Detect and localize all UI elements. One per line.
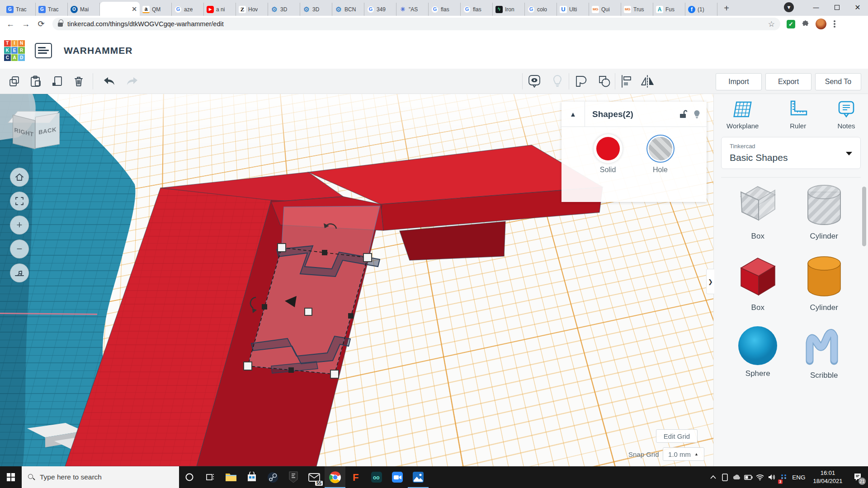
teamviewer-tray-icon[interactable]: 3 bbox=[778, 466, 789, 488]
back-button[interactable]: ← bbox=[3, 17, 18, 31]
shape-library-dropdown[interactable]: Tinkercad Basic Shapes bbox=[721, 137, 861, 169]
solid-swatch[interactable]: Solid bbox=[596, 137, 620, 174]
send-to-button[interactable]: Send To bbox=[815, 73, 861, 90]
start-button[interactable] bbox=[0, 466, 22, 488]
browser-tab[interactable]: ⚙BCN bbox=[332, 3, 364, 16]
browser-tab[interactable]: f(1) bbox=[685, 3, 717, 16]
shape-hole-cylinder[interactable]: Cylinder bbox=[791, 181, 858, 241]
taskbar-epic-icon[interactable] bbox=[283, 466, 304, 488]
group-icon[interactable] bbox=[572, 72, 590, 90]
browser-tab[interactable]: G349 bbox=[364, 3, 396, 16]
export-button[interactable]: Export bbox=[765, 73, 811, 90]
minimize-button[interactable]: — bbox=[806, 0, 826, 14]
browser-profile-avatar[interactable] bbox=[816, 19, 826, 29]
taskbar-camera-icon[interactable] bbox=[387, 466, 408, 488]
hole-swatch[interactable]: Hole bbox=[649, 137, 672, 174]
view-cube-right-face[interactable]: RIGHT bbox=[13, 115, 35, 149]
browser-tab[interactable]: OMai bbox=[68, 3, 100, 16]
align-icon[interactable] bbox=[617, 72, 635, 90]
copy-icon[interactable] bbox=[5, 72, 24, 90]
mirror-icon[interactable] bbox=[638, 72, 656, 90]
browser-update-icon[interactable]: ▼ bbox=[784, 2, 794, 12]
forward-button[interactable]: → bbox=[18, 17, 33, 31]
browser-tab[interactable]: ⚙3D bbox=[268, 3, 300, 16]
wifi-icon[interactable] bbox=[754, 466, 766, 488]
shape-orange-cylinder[interactable]: Cylinder bbox=[791, 253, 858, 312]
task-view-icon[interactable] bbox=[200, 466, 221, 488]
browser-tab[interactable]: Gflas bbox=[429, 3, 461, 16]
taskbar-store-icon[interactable] bbox=[241, 466, 262, 488]
taskbar-steam-icon[interactable] bbox=[262, 466, 283, 488]
home-view-button[interactable] bbox=[10, 168, 29, 187]
taskbar-chrome-icon[interactable] bbox=[325, 466, 345, 488]
bulb-icon[interactable] bbox=[693, 110, 700, 119]
browser-tab[interactable]: ✳"AS bbox=[396, 3, 429, 16]
shape-hole-box[interactable]: Box bbox=[725, 181, 791, 241]
tab-close-icon[interactable]: ✕ bbox=[132, 5, 137, 13]
browser-tab[interactable]: ▶a ni bbox=[204, 3, 236, 16]
sidebar-scrollbar[interactable] bbox=[862, 187, 866, 246]
taskbar-photos-icon[interactable] bbox=[408, 466, 429, 488]
tab-tinkercad-active[interactable]: ✕ bbox=[100, 2, 140, 16]
zoom-out-button[interactable]: − bbox=[10, 239, 29, 258]
browser-menu-icon[interactable] bbox=[834, 20, 835, 28]
view-cube[interactable]: RIGHT BACK bbox=[13, 111, 60, 156]
design-title[interactable]: WARHAMMER bbox=[64, 45, 132, 56]
browser-tab[interactable]: Gaze bbox=[172, 3, 204, 16]
sidebar-tool-workplane[interactable]: Workplane bbox=[726, 100, 759, 130]
browser-tab[interactable]: GTrac bbox=[36, 3, 68, 16]
light-bulb-icon[interactable] bbox=[548, 72, 566, 90]
browser-tab[interactable]: ϟIron bbox=[493, 3, 525, 16]
hole-pattern-circle[interactable] bbox=[649, 137, 672, 160]
extension-check-icon[interactable]: ✓ bbox=[787, 20, 795, 28]
main-menu-button[interactable] bbox=[35, 43, 52, 58]
browser-tab[interactable]: Gcolo bbox=[525, 3, 557, 16]
sidebar-tool-notes[interactable]: Notes bbox=[837, 100, 855, 130]
bookmark-star-icon[interactable]: ☆ bbox=[768, 19, 775, 29]
delete-icon[interactable] bbox=[70, 72, 88, 90]
browser-tab[interactable]: MGQui bbox=[589, 3, 621, 16]
shape-sphere[interactable]: Sphere bbox=[725, 324, 791, 380]
browser-tab[interactable]: MGTrus bbox=[621, 3, 653, 16]
volume-icon[interactable] bbox=[766, 466, 778, 488]
action-center-icon[interactable]: 21 bbox=[847, 466, 868, 488]
address-bar[interactable]: tinkercad.com/things/dtkWOGVCgqe-warhamm… bbox=[52, 18, 780, 30]
taskbar-explorer-icon[interactable] bbox=[221, 466, 241, 488]
workplane-toggle-button[interactable] bbox=[10, 263, 29, 282]
redo-icon[interactable] bbox=[123, 72, 141, 90]
undo-icon[interactable] bbox=[100, 72, 118, 90]
browser-tab[interactable]: aQM bbox=[140, 3, 172, 16]
browser-tab[interactable]: UUlti bbox=[557, 3, 589, 16]
taskbar-clock[interactable]: 16:01 18/04/2021 bbox=[808, 469, 847, 485]
import-button[interactable]: Import bbox=[716, 73, 762, 90]
show-all-icon[interactable] bbox=[525, 72, 543, 90]
taskbar-f-icon[interactable]: F bbox=[345, 466, 366, 488]
browser-tab[interactable]: ZHov bbox=[236, 3, 268, 16]
snap-grid-select[interactable]: 1.0 mm▲ bbox=[663, 447, 704, 461]
unlock-icon[interactable] bbox=[679, 110, 687, 119]
browser-tab[interactable]: GTrac bbox=[4, 3, 36, 16]
duplicate-icon[interactable] bbox=[48, 72, 66, 90]
zoom-in-button[interactable]: + bbox=[10, 216, 29, 235]
solid-color-circle[interactable] bbox=[596, 137, 620, 160]
maximize-button[interactable] bbox=[826, 0, 847, 14]
close-button[interactable]: ✕ bbox=[847, 0, 868, 14]
edit-grid-button[interactable]: Edit Grid bbox=[656, 429, 698, 443]
new-tab-button[interactable]: + bbox=[720, 2, 733, 14]
shape-scribble[interactable]: Scribble bbox=[791, 324, 858, 380]
sidebar-tool-ruler[interactable]: Ruler bbox=[788, 100, 808, 130]
shape-red-box[interactable]: Box bbox=[725, 253, 791, 312]
tray-expand-icon[interactable] bbox=[707, 466, 719, 488]
paste-icon[interactable] bbox=[26, 72, 44, 90]
onedrive-icon[interactable] bbox=[731, 466, 742, 488]
ungroup-icon[interactable] bbox=[595, 72, 613, 90]
browser-tab[interactable]: Gflas bbox=[461, 3, 493, 16]
panel-collapse-icon[interactable]: ▲ bbox=[561, 102, 585, 127]
fit-view-button[interactable] bbox=[10, 192, 29, 211]
tinkercad-logo[interactable]: TINKERCAD bbox=[4, 40, 25, 61]
browser-tab[interactable]: AFus bbox=[653, 3, 685, 16]
taskbar-search[interactable]: Type here to search bbox=[22, 466, 179, 488]
taskbar-mail-icon[interactable]: 55 bbox=[304, 466, 325, 488]
extensions-puzzle-icon[interactable] bbox=[802, 20, 809, 28]
your-phone-icon[interactable] bbox=[719, 466, 731, 488]
